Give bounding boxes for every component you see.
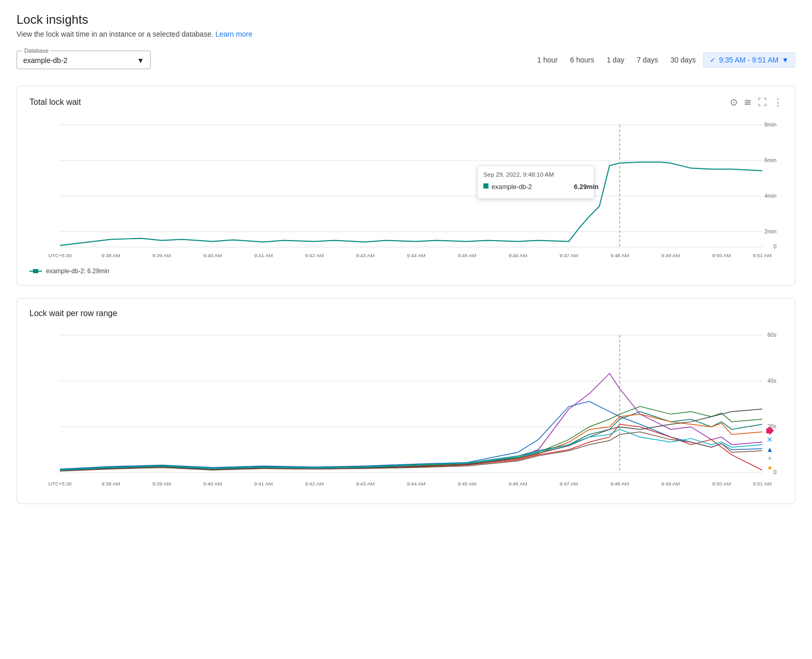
lock-wait-per-row-card: Lock wait per row range 60s 40s 20s 0 UT…: [17, 298, 795, 504]
range-dropdown-arrow-icon: ▼: [782, 56, 789, 64]
svg-rect-26: [477, 166, 595, 199]
svg-text:6min: 6min: [764, 157, 776, 163]
time-btn-6hours[interactable]: 6 hours: [565, 53, 600, 67]
svg-text:9:43 AM: 9:43 AM: [356, 481, 374, 487]
legend-icon[interactable]: ≅: [744, 97, 752, 108]
svg-text:UTC+5:30: UTC+5:30: [49, 253, 72, 258]
chart2-svg: 60s 40s 20s 0 UTC+5:30 9:38 AM 9:39 AM 9…: [29, 326, 783, 492]
svg-text:6.29min: 6.29min: [574, 183, 599, 191]
svg-text:9:45 AM: 9:45 AM: [458, 481, 476, 487]
chart1-actions: ⊙ ≅ ⛶ ⋮: [730, 97, 783, 108]
svg-text:9:50 AM: 9:50 AM: [712, 253, 731, 258]
svg-text:UTC+5:30: UTC+5:30: [49, 481, 72, 487]
chart1-area: 8min 6min 4min 2min 0 UTC+5:30 9:38 AM 9…: [29, 116, 783, 275]
total-lock-wait-card: Total lock wait ⊙ ≅ ⛶ ⋮ 8min 6min 4min 2…: [17, 86, 795, 286]
svg-text:4min: 4min: [764, 193, 776, 199]
chart2-area: 60s 40s 20s 0 UTC+5:30 9:38 AM 9:39 AM 9…: [29, 326, 783, 493]
svg-text:9:46 AM: 9:46 AM: [509, 253, 527, 258]
chart1-legend: example-db-2: 6.29min: [29, 268, 783, 275]
legend-line-icon: [29, 268, 42, 274]
selected-range-label: 9:35 AM - 9:51 AM: [719, 56, 778, 64]
svg-text:Sep 29, 2022, 9:48:10 AM: Sep 29, 2022, 9:48:10 AM: [483, 171, 554, 178]
svg-text:+: +: [768, 454, 772, 462]
svg-text:9:39 AM: 9:39 AM: [152, 481, 171, 487]
svg-text:9:51 AM: 9:51 AM: [753, 481, 772, 487]
svg-text:◆: ◆: [766, 424, 774, 435]
svg-text:9:38 AM: 9:38 AM: [102, 481, 120, 487]
chart1-title: Total lock wait: [29, 98, 81, 107]
time-range-controls: 1 hour 6 hours 1 day 7 days 30 days ✓ 9:…: [532, 52, 795, 68]
svg-text:9:47 AM: 9:47 AM: [559, 481, 578, 487]
svg-text:9:44 AM: 9:44 AM: [407, 481, 426, 487]
svg-text:9:41 AM: 9:41 AM: [254, 481, 273, 487]
dropdown-arrow-icon: ▼: [137, 56, 144, 65]
chart1-header: Total lock wait ⊙ ≅ ⛶ ⋮: [29, 97, 783, 108]
time-btn-30days[interactable]: 30 days: [665, 53, 701, 67]
svg-text:40s: 40s: [768, 378, 777, 384]
database-selector[interactable]: Database example-db-2 ▼: [17, 51, 151, 69]
database-select-value[interactable]: example-db-2 ▼: [23, 53, 144, 65]
svg-text:9:42 AM: 9:42 AM: [305, 481, 324, 487]
svg-text:9:40 AM: 9:40 AM: [204, 253, 222, 258]
time-btn-1hour[interactable]: 1 hour: [532, 53, 563, 67]
svg-text:✕: ✕: [767, 436, 773, 444]
svg-text:2min: 2min: [764, 228, 776, 234]
svg-text:60s: 60s: [768, 332, 777, 338]
svg-text:9:43 AM: 9:43 AM: [356, 253, 374, 258]
more-icon[interactable]: ⋮: [773, 97, 783, 108]
svg-rect-32: [33, 269, 38, 273]
page-title: Lock insights: [17, 12, 795, 27]
svg-text:9:41 AM: 9:41 AM: [254, 253, 273, 258]
chart2-title: Lock wait per row range: [29, 309, 117, 318]
time-btn-1day[interactable]: 1 day: [601, 53, 629, 67]
svg-text:9:49 AM: 9:49 AM: [661, 481, 680, 487]
svg-text:9:42 AM: 9:42 AM: [305, 253, 324, 258]
svg-text:9:49 AM: 9:49 AM: [661, 253, 680, 258]
svg-text:9:48 AM: 9:48 AM: [611, 253, 629, 258]
svg-text:9:40 AM: 9:40 AM: [204, 481, 222, 487]
svg-text:9:50 AM: 9:50 AM: [712, 481, 731, 487]
expand-icon[interactable]: ⛶: [758, 97, 767, 108]
svg-text:9:39 AM: 9:39 AM: [152, 253, 171, 258]
chart1-legend-label: example-db-2: 6.29min: [46, 268, 110, 275]
checkmark-icon: ✓: [710, 56, 716, 64]
learn-more-link[interactable]: Learn more: [215, 30, 253, 38]
svg-text:9:51 AM: 9:51 AM: [753, 253, 772, 258]
svg-text:▲: ▲: [767, 446, 774, 453]
selected-time-range[interactable]: ✓ 9:35 AM - 9:51 AM ▼: [703, 52, 795, 68]
chart1-svg: 8min 6min 4min 2min 0 UTC+5:30 9:38 AM 9…: [29, 116, 783, 261]
page-subtitle: View the lock wait time in an instance o…: [17, 30, 795, 38]
svg-text:9:47 AM: 9:47 AM: [559, 253, 578, 258]
svg-text:9:46 AM: 9:46 AM: [509, 481, 527, 487]
svg-text:0: 0: [773, 469, 776, 475]
controls-row: Database example-db-2 ▼ 1 hour 6 hours 1…: [17, 51, 795, 69]
svg-text:0: 0: [773, 243, 776, 249]
svg-text:9:48 AM: 9:48 AM: [611, 481, 629, 487]
svg-text:9:38 AM: 9:38 AM: [102, 253, 120, 258]
svg-text:9:45 AM: 9:45 AM: [458, 253, 476, 258]
svg-text:●: ●: [768, 464, 772, 472]
svg-rect-28: [483, 183, 489, 189]
zoom-icon[interactable]: ⊙: [730, 97, 738, 108]
database-label: Database: [22, 48, 51, 54]
svg-text:9:44 AM: 9:44 AM: [407, 253, 426, 258]
time-btn-7days[interactable]: 7 days: [632, 53, 663, 67]
svg-text:8min: 8min: [764, 121, 776, 128]
svg-text:example-db-2: example-db-2: [492, 183, 532, 191]
chart2-header: Lock wait per row range: [29, 309, 783, 318]
